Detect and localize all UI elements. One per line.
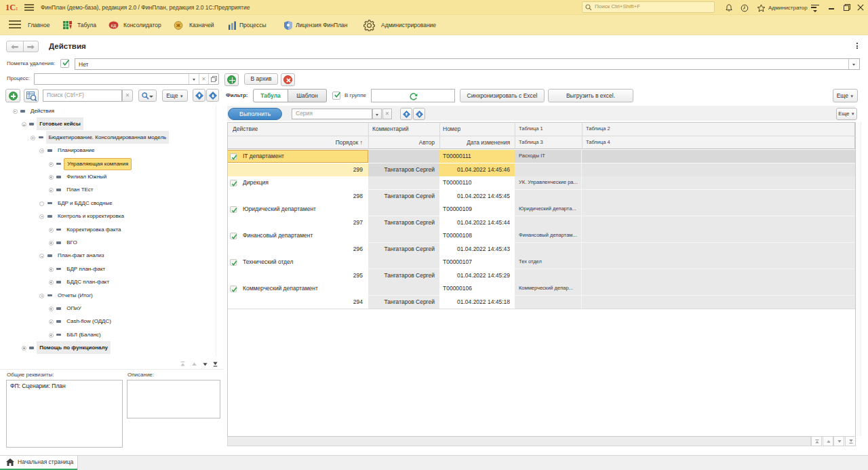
svg-text:КД: КД <box>111 24 117 28</box>
svg-text:Ж: Ж <box>176 23 181 28</box>
